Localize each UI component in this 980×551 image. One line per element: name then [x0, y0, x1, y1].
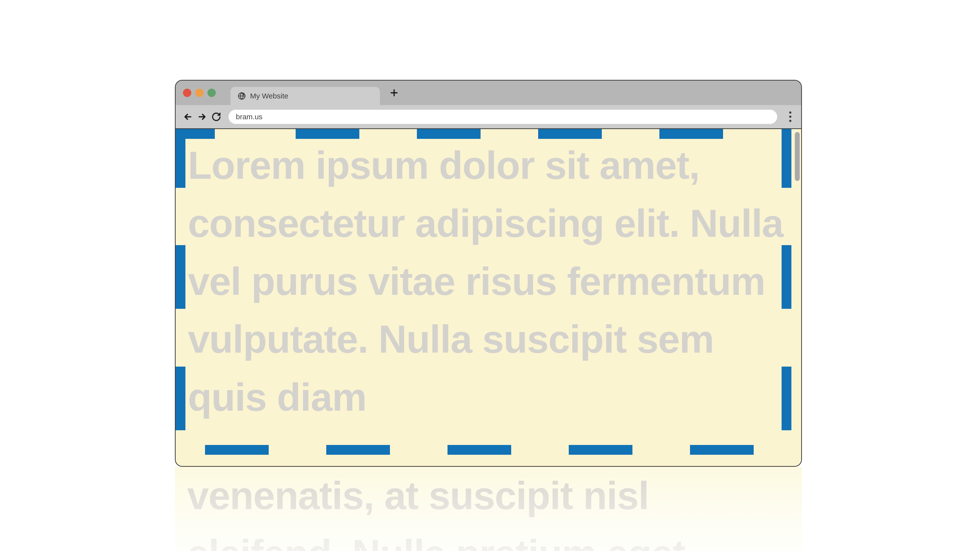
minimize-window-button[interactable]: [195, 89, 204, 97]
overflow-reflection: venenatis, at suscipit nisl eleifend. Nu…: [175, 467, 802, 551]
browser-menu-button[interactable]: [786, 111, 794, 122]
tab-bar: My Website: [176, 81, 801, 105]
back-button[interactable]: [183, 112, 193, 122]
window-controls: [183, 89, 216, 97]
browser-window: My Website bram.us: [175, 80, 802, 467]
url-text: bram.us: [236, 113, 262, 121]
close-window-button[interactable]: [183, 89, 191, 97]
tab-title: My Website: [250, 92, 288, 100]
maximize-window-button[interactable]: [207, 89, 216, 97]
address-bar[interactable]: bram.us: [229, 110, 777, 124]
favicon-icon: [237, 92, 246, 100]
page-paragraph: Lorem ipsum dolor sit amet, consectetur …: [188, 137, 784, 426]
forward-button[interactable]: [197, 112, 207, 122]
overflow-text: venenatis, at suscipit nisl eleifend. Nu…: [187, 467, 785, 551]
scrollbar-thumb[interactable]: [795, 132, 800, 181]
viewport: Lorem ipsum dolor sit amet, consectetur …: [176, 128, 801, 466]
new-tab-button[interactable]: [390, 86, 399, 99]
nav-bar: bram.us: [176, 105, 801, 128]
reload-button[interactable]: [212, 112, 221, 122]
browser-tab[interactable]: My Website: [231, 87, 380, 105]
